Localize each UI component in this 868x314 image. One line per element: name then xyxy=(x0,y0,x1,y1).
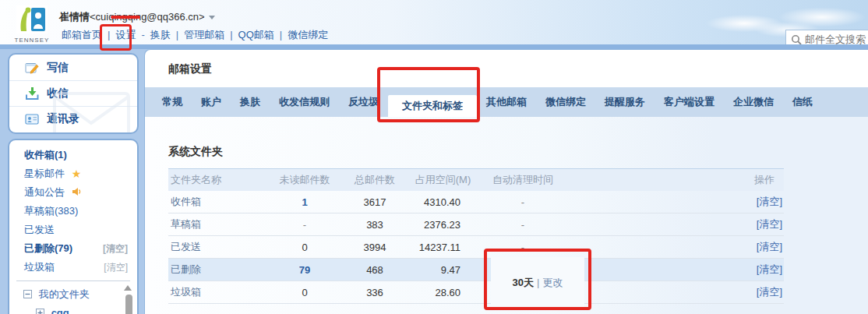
expand-icon[interactable] xyxy=(36,309,44,314)
col-autoclean: 自动清理时间 xyxy=(480,173,566,187)
col-unread: 未读邮件数 xyxy=(266,173,344,187)
scrollbar-up-icon[interactable] xyxy=(124,285,132,291)
clear-deleted-button[interactable]: [清空] xyxy=(757,263,782,275)
annotation-box-settings xyxy=(100,24,132,51)
sidebar-item-announcements[interactable]: 通知公告 xyxy=(9,183,137,202)
annotation-box-folders-tab xyxy=(377,67,480,122)
webmail-settings-page: { "header": { "logo_text": "TENNSEY", "u… xyxy=(0,0,868,314)
brand-logo: TENNSEY xyxy=(14,5,50,44)
envelope-watermark-icon xyxy=(41,78,134,134)
tab-reminder-service[interactable]: 提醒服务 xyxy=(595,87,655,117)
tab-general[interactable]: 常规 xyxy=(153,87,192,117)
table-row-spam: 垃圾箱 0 336 28.60 [清空] xyxy=(168,281,784,304)
table-row-inbox: 收件箱 1 3617 4310.40 - [清空] xyxy=(168,191,784,213)
sidebar-item-starred[interactable]: 星标邮件 ★ xyxy=(9,164,137,183)
nav-manage-mailbox[interactable]: 管理邮箱 xyxy=(184,29,224,41)
tab-stationery[interactable]: 信纸 xyxy=(783,87,822,117)
search-icon xyxy=(791,34,802,45)
nav-wechat-bind[interactable]: 微信绑定 xyxy=(288,29,328,41)
page-title: 邮箱设置 xyxy=(168,62,868,76)
logo-icon xyxy=(16,5,48,34)
tab-skin[interactable]: 换肤 xyxy=(231,87,270,117)
nav-change-skin[interactable]: 换肤 xyxy=(150,29,171,41)
tab-enterprise-wechat[interactable]: 企业微信 xyxy=(724,87,783,117)
sidebar-item-spam[interactable]: 垃圾箱 [清空] xyxy=(9,258,137,277)
settings-tabbar: 常规 账户 换肤 收发信规则 反垃圾 文件夹和标签 其他邮箱 微信绑定 提醒服务… xyxy=(145,87,868,117)
table-row-drafts: 草稿箱 - 383 2376.23 - [清空] xyxy=(168,213,784,236)
table-row-sent: 已发送 0 3994 14237.11 - [清空] xyxy=(168,236,784,259)
clear-drafts-button[interactable]: [清空] xyxy=(757,218,782,230)
speaker-icon xyxy=(72,187,82,196)
clear-spam-button[interactable]: [清空] xyxy=(757,286,782,298)
nav-qq-mail[interactable]: QQ邮箱 xyxy=(238,29,274,41)
table-row-deleted: 已删除 79 468 9.47 [清空] xyxy=(168,259,784,281)
tab-mail-rules[interactable]: 收发信规则 xyxy=(270,87,339,117)
compose-button[interactable]: 写信 xyxy=(9,55,137,80)
compose-label: 写信 xyxy=(47,61,69,75)
section-title: 系统文件夹 xyxy=(168,145,868,159)
clear-sent-button[interactable]: [清空] xyxy=(757,241,782,252)
sidebar-item-sent[interactable]: 已发送 xyxy=(9,221,137,239)
sidebar-actions-panel: 写信 收信 通讯录 xyxy=(8,53,139,134)
sidebar-folders-panel: 收件箱(1) 星标邮件 ★ 通知公告 草稿箱(383) 已发送 已删除(79) … xyxy=(8,139,139,314)
tab-account[interactable]: 账户 xyxy=(192,87,231,117)
sidebar-item-my-folders[interactable]: 我的文件夹 xyxy=(9,285,137,304)
tab-wechat-bind[interactable]: 微信绑定 xyxy=(536,87,595,117)
annotation-stroke-email xyxy=(111,16,140,19)
search-input[interactable] xyxy=(805,34,868,45)
clear-deleted-link[interactable]: [清空] xyxy=(103,239,128,258)
clear-inbox-button[interactable]: [清空] xyxy=(757,196,782,207)
logo-text: TENNSEY xyxy=(14,37,50,44)
collapse-icon[interactable] xyxy=(23,290,32,298)
star-icon: ★ xyxy=(72,168,82,180)
col-folder-name: 文件夹名称 xyxy=(168,173,266,187)
tab-client-settings[interactable]: 客户端设置 xyxy=(655,87,724,117)
scrollbar-thumb[interactable] xyxy=(125,295,132,314)
system-folders-table: 文件夹名称 未读邮件数 总邮件数 占用空间(M) 自动清理时间 操作 收件箱 1… xyxy=(168,168,784,304)
dropdown-caret-icon[interactable] xyxy=(209,16,215,19)
table-header-row: 文件夹名称 未读邮件数 总邮件数 占用空间(M) 自动清理时间 操作 xyxy=(168,168,784,191)
col-space: 占用空间(M) xyxy=(406,173,480,187)
col-total: 总邮件数 xyxy=(344,173,406,187)
clear-spam-link[interactable]: [清空] xyxy=(104,258,128,277)
folder-divider xyxy=(16,280,130,281)
annotation-box-autoclean xyxy=(484,249,591,310)
tab-other-mailboxes[interactable]: 其他邮箱 xyxy=(477,87,536,117)
sidebar-item-drafts[interactable]: 草稿箱(383) xyxy=(9,202,137,221)
compose-icon xyxy=(25,61,39,75)
col-actions: 操作 xyxy=(566,173,784,187)
nav-mail-home[interactable]: 邮箱首页 xyxy=(62,29,102,41)
receive-icon xyxy=(25,86,39,101)
sidebar-item-deleted[interactable]: 已删除(79) [清空] xyxy=(9,239,137,258)
contacts-icon xyxy=(25,112,39,126)
sidebar-item-inbox[interactable]: 收件箱(1) xyxy=(9,146,137,164)
user-email: <cuiqingqing@qq366.cn> xyxy=(90,11,205,23)
user-name: 崔情情 xyxy=(59,11,90,23)
sidebar-item-cqq[interactable]: cqq xyxy=(9,304,137,314)
